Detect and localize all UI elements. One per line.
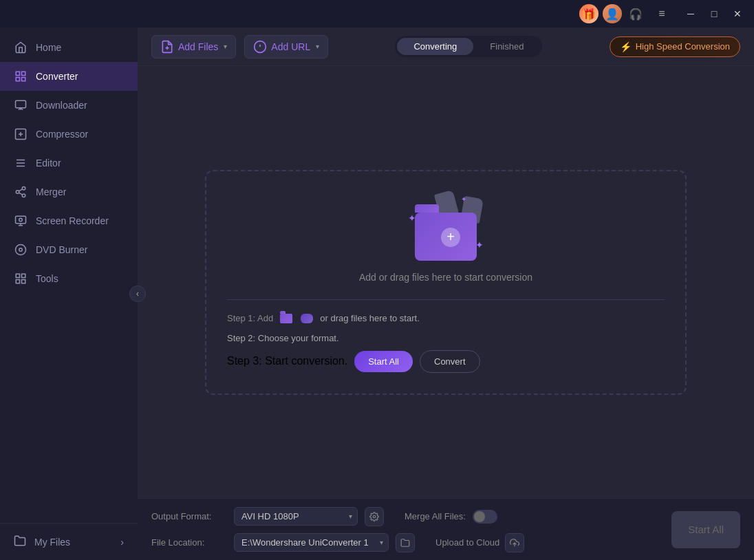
step-3-row: Step 3: Start conversion. Start All Conv…	[227, 350, 665, 373]
svg-rect-2	[22, 78, 25, 81]
bottom-fields: Output Format: AVI HD 1080P MP4 HD 1080P…	[151, 507, 658, 552]
folder-plus-icon: +	[441, 228, 460, 247]
tab-converting[interactable]: Converting	[397, 38, 473, 55]
merge-all-label: Merge All Files:	[405, 511, 466, 521]
svg-rect-23	[16, 274, 19, 277]
sidebar-bottom: My Files ›	[0, 523, 138, 560]
step3-prefix: Step 3: Start conversion.	[227, 355, 347, 367]
sidebar-home-label: Home	[36, 42, 61, 53]
add-url-button[interactable]: Add URL ▾	[244, 35, 328, 58]
add-files-label: Add Files	[178, 41, 218, 52]
tab-finished[interactable]: Finished	[473, 38, 540, 55]
svg-rect-17	[16, 216, 26, 224]
svg-rect-4	[16, 100, 26, 108]
compressor-icon	[14, 127, 28, 141]
sidebar-dvd-burner-label: DVD Burner	[36, 244, 87, 255]
folder-tab	[415, 204, 439, 213]
sidebar-item-my-files[interactable]: My Files ›	[0, 526, 138, 557]
sidebar-item-editor[interactable]: Editor	[0, 149, 138, 177]
svg-point-12	[22, 187, 25, 191]
user-icon[interactable]: 👤	[603, 4, 622, 23]
add-files-button[interactable]: Add Files ▾	[151, 35, 236, 58]
lightning-icon: ⚡	[620, 41, 632, 52]
close-button[interactable]: ✕	[726, 3, 748, 25]
start-all-main-button[interactable]: Start All	[671, 511, 740, 548]
step1-suffix: or drag files here to start.	[320, 313, 420, 323]
gift-icon[interactable]: 🎁	[579, 4, 599, 23]
add-files-chevron-icon: ▾	[224, 43, 227, 50]
file-location-select[interactable]: E:\Wondershare UniConverter 1	[234, 533, 389, 552]
editor-icon	[14, 156, 28, 170]
bottom-bar: Output Format: AVI HD 1080P MP4 HD 1080P…	[138, 498, 754, 560]
content-area: Add Files ▾ Add URL ▾ Converting	[138, 28, 754, 560]
svg-point-22	[19, 248, 23, 252]
start-all-button[interactable]: Start All	[354, 351, 413, 372]
merge-all-toggle[interactable]	[473, 510, 497, 524]
output-format-row: Output Format: AVI HD 1080P MP4 HD 1080P…	[151, 507, 658, 526]
file-location-label: File Location:	[151, 537, 227, 548]
folder-illustration: ✦ + ✦ ✦	[405, 192, 487, 261]
drop-zone[interactable]: ✦ + ✦ ✦ Add or drag files here to start …	[205, 170, 687, 395]
svg-point-21	[16, 245, 26, 255]
merger-icon	[14, 185, 28, 199]
svg-point-13	[16, 191, 19, 194]
window-controls: ─ □ ✕	[680, 3, 748, 25]
merge-all-row: Merge All Files:	[405, 510, 497, 524]
minimize-button[interactable]: ─	[680, 3, 702, 25]
add-url-icon	[253, 40, 267, 54]
tabs-container: Converting Finished	[336, 36, 601, 57]
sidebar-downloader-label: Downloader	[36, 100, 87, 111]
home-icon	[14, 41, 28, 54]
drop-zone-container: ✦ + ✦ ✦ Add or drag files here to start …	[138, 66, 754, 498]
step-2-row: Step 2: Choose your format.	[227, 333, 665, 343]
high-speed-label: High Speed Conversion	[636, 41, 730, 52]
sidebar-item-tools[interactable]: Tools	[0, 264, 138, 293]
sidebar-item-converter[interactable]: Converter	[0, 62, 138, 91]
folder-body: +	[415, 213, 477, 261]
step1-folder-icon	[279, 311, 294, 326]
sparkle-icon-tr: ✦	[461, 195, 466, 203]
sidebar-merger-label: Merger	[36, 186, 66, 197]
steps-container: Step 1: Add or drag files here to start.…	[227, 299, 665, 373]
title-bar-icons: 🎁 👤 🎧	[579, 4, 645, 23]
svg-rect-25	[22, 280, 25, 283]
high-speed-conversion-button[interactable]: ⚡ High Speed Conversion	[610, 36, 740, 57]
sparkle-icon-br: ✦	[475, 239, 484, 250]
file-location-folder-button[interactable]	[396, 533, 415, 552]
sidebar-item-screen-recorder[interactable]: Screen Recorder	[0, 206, 138, 235]
main-layout: Home Converter Downloader Compressor	[0, 28, 754, 560]
sidebar: Home Converter Downloader Compressor	[0, 28, 138, 560]
output-format-settings-button[interactable]	[365, 507, 384, 526]
svg-rect-26	[16, 280, 19, 283]
sidebar-converter-label: Converter	[36, 71, 78, 82]
hamburger-icon: ≡	[658, 8, 665, 20]
drop-instruction: Add or drag files here to start conversi…	[359, 272, 532, 283]
svg-rect-24	[22, 274, 25, 277]
menu-icon-button[interactable]: ≡	[651, 3, 673, 25]
step1-prefix: Step 1: Add	[227, 313, 273, 323]
upload-cloud-button[interactable]	[505, 533, 524, 552]
svg-point-18	[19, 218, 23, 222]
convert-button[interactable]: Convert	[420, 350, 480, 373]
upload-cloud-row: Upload to Cloud	[435, 533, 524, 552]
svg-line-15	[19, 193, 22, 195]
sidebar-item-dvd-burner[interactable]: DVD Burner	[0, 235, 138, 264]
screen-recorder-icon	[14, 214, 28, 228]
svg-rect-3	[16, 78, 19, 81]
converter-icon	[14, 69, 28, 83]
my-files-label: My Files	[34, 537, 70, 548]
my-files-arrow: ›	[120, 537, 124, 548]
my-files-icon	[14, 535, 26, 549]
sidebar-item-downloader[interactable]: Downloader	[0, 91, 138, 120]
sidebar-item-compressor[interactable]: Compressor	[0, 120, 138, 149]
sidebar-item-merger[interactable]: Merger	[0, 177, 138, 206]
sidebar-collapse-button[interactable]: ‹	[129, 286, 146, 302]
title-bar: 🎁 👤 🎧 ≡ ─ □ ✕	[0, 0, 754, 28]
sidebar-item-home[interactable]: Home	[0, 33, 138, 62]
tools-icon	[14, 272, 28, 286]
folder-open-icon	[400, 538, 410, 548]
headphone-icon[interactable]: 🎧	[626, 4, 645, 23]
maximize-button[interactable]: □	[703, 3, 725, 25]
step2-text: Step 2: Choose your format.	[227, 333, 339, 343]
output-format-select[interactable]: AVI HD 1080P MP4 HD 1080P MOV HD 1080P M…	[234, 507, 358, 526]
